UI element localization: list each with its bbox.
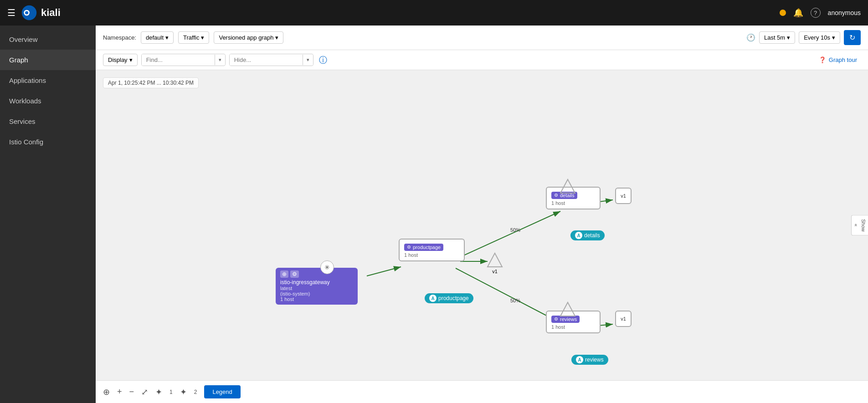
svg-marker-12 — [488, 253, 502, 267]
ingress-gateway-node[interactable]: ⊕ ⚙ istio-ingressgateway latest (istio-s… — [276, 268, 358, 305]
graph-type-chevron-icon: ▾ — [275, 34, 278, 41]
layout1-icon[interactable]: ✦ — [155, 387, 162, 397]
sidebar-item-overview[interactable]: Overview — [0, 29, 96, 50]
main-layout: Overview Graph Applications Workloads Se… — [0, 26, 868, 403]
ingress-system: (istio-system) — [280, 291, 353, 296]
graph-type-dropdown[interactable]: Versioned app graph ▾ — [214, 31, 283, 44]
bottom-toolbar: ⊕ + − ⤢ ✦ 1 ✦ 2 Legend — [96, 380, 868, 403]
display-dropdown[interactable]: Display ▾ — [103, 54, 138, 66]
svg-text:50%: 50% — [510, 227, 520, 233]
productpage-chip: ⚙ productpage — [404, 244, 443, 251]
zoom-in-icon[interactable]: + — [117, 387, 122, 397]
layout2-label: 2 — [194, 389, 197, 395]
graph-svg: 50% 50% — [96, 70, 868, 380]
svg-line-4 — [367, 267, 401, 276]
show-panel-label: Show — [861, 219, 866, 232]
badge-a-reviews-icon: A — [576, 356, 583, 363]
reviews-version-label: v1 — [621, 316, 626, 321]
display-label: Display — [108, 56, 128, 63]
top-navigation: ☰ kiali 🔔 ? anonymous — [0, 0, 868, 26]
sidebar-item-istio-config[interactable]: Istio Config — [0, 132, 96, 152]
sidebar-item-applications[interactable]: Applications — [0, 70, 96, 91]
expand-icon[interactable]: ⤢ — [141, 387, 148, 397]
hamburger-icon[interactable]: ☰ — [7, 7, 15, 18]
traffic-dropdown[interactable]: Traffic ▾ — [178, 31, 209, 44]
details-workload-triangle[interactable] — [560, 179, 576, 197]
time-range-dropdown[interactable]: Last 5m ▾ — [759, 31, 795, 44]
app-name: kiali — [41, 7, 61, 19]
namespace-label: Namespace: — [103, 34, 136, 41]
namespace-dropdown[interactable]: default ▾ — [141, 31, 174, 44]
svg-point-2 — [25, 11, 28, 14]
cluster-icon: ✳ — [320, 260, 334, 274]
zoom-center-icon[interactable]: ⊕ — [103, 387, 110, 397]
graph-timestamp: Apr 1, 10:25:42 PM ... 10:30:42 PM — [103, 77, 199, 88]
svg-marker-14 — [560, 302, 575, 316]
time-range-label: Last 5m — [764, 34, 785, 41]
ingress-hosts: 1 host — [280, 296, 353, 302]
namespace-value: default — [146, 34, 164, 41]
details-version-label: v1 — [621, 193, 626, 199]
reviews-version-box[interactable]: v1 — [615, 311, 632, 327]
find-input[interactable] — [142, 54, 215, 66]
details-version-box[interactable]: v1 — [615, 188, 632, 204]
hide-dropdown-arrow[interactable]: ▾ — [303, 55, 313, 65]
productpage-service-node[interactable]: ⚙ productpage 1 host — [399, 239, 465, 261]
reviews-workload-triangle[interactable] — [560, 301, 576, 320]
sidebar: Overview Graph Applications Workloads Se… — [0, 26, 96, 403]
details-chip-icon: ⚙ — [554, 193, 558, 198]
svg-marker-13 — [560, 179, 575, 193]
help-icon[interactable]: ? — [811, 8, 821, 18]
details-app-badge: A details — [570, 230, 605, 240]
productpage-badge-text: productpage — [438, 295, 469, 301]
reviews-app-badge: A reviews — [571, 355, 608, 365]
topnav-icons: 🔔 ? anonymous — [780, 8, 861, 18]
bell-icon[interactable]: 🔔 — [793, 8, 803, 18]
graph-area: Apr 1, 10:25:42 PM ... 10:30:42 PM — [96, 70, 868, 380]
legend-button[interactable]: Legend — [204, 385, 240, 398]
info-icon[interactable]: ⓘ — [319, 55, 327, 66]
interval-chevron-icon: ▾ — [832, 34, 835, 41]
productpage-chip-icon: ⚙ — [407, 245, 411, 250]
graph-tour-question-icon: ❓ — [819, 56, 826, 63]
time-history-icon: 🕐 — [746, 33, 755, 42]
find-dropdown-arrow[interactable]: ▾ — [215, 55, 225, 65]
main-toolbar: Namespace: default ▾ Traffic ▾ Versioned… — [96, 26, 868, 50]
badge-a-icon: A — [429, 295, 437, 302]
reviews-badge-text: reviews — [585, 357, 604, 363]
sidebar-item-services[interactable]: Services — [0, 111, 96, 132]
reviews-hosts: 1 host — [551, 324, 595, 330]
content-area: Namespace: default ▾ Traffic ▾ Versioned… — [96, 26, 868, 403]
traffic-chevron-icon: ▾ — [201, 34, 204, 41]
graph-type-label: Versioned app graph — [219, 34, 273, 41]
graph-tour-button[interactable]: ❓ Graph tour — [815, 55, 861, 65]
sidebar-item-graph[interactable]: Graph — [0, 50, 96, 70]
refresh-button[interactable]: ↻ — [844, 30, 861, 45]
hide-input[interactable] — [230, 54, 303, 66]
secondary-toolbar: Display ▾ ▾ ▾ ⓘ ❓ Graph tour — [96, 50, 868, 70]
graph-tour-label: Graph tour — [829, 56, 857, 63]
productpage-hosts: 1 host — [404, 252, 459, 258]
ingress-sublabel: latest — [280, 286, 353, 291]
details-badge-text: details — [584, 232, 600, 239]
ingress-label: istio-ingressgateway — [280, 279, 353, 286]
productpage-version: v1 — [487, 269, 503, 274]
user-name[interactable]: anonymous — [828, 9, 861, 16]
show-panel[interactable]: Show « — [851, 215, 868, 236]
ingress-icons: ⊕ ⚙ — [280, 270, 353, 278]
details-hosts: 1 host — [551, 200, 595, 206]
ingress-icon2: ⚙ — [290, 270, 299, 278]
productpage-app-badge: A productpage — [425, 293, 473, 303]
interval-dropdown[interactable]: Every 10s ▾ — [799, 31, 840, 44]
zoom-out-icon[interactable]: − — [129, 387, 134, 397]
layout2-icon[interactable]: ✦ — [180, 387, 187, 397]
layout1-label: 1 — [169, 389, 173, 395]
sidebar-item-workloads[interactable]: Workloads — [0, 91, 96, 111]
reviews-triangle-icon — [560, 301, 576, 318]
svg-line-5 — [456, 211, 560, 259]
find-input-group: ▾ — [141, 54, 226, 66]
hide-input-group: ▾ — [229, 54, 313, 66]
display-chevron-icon: ▾ — [129, 56, 133, 63]
details-triangle-icon — [560, 179, 576, 195]
productpage-workload-node[interactable]: v1 — [487, 252, 503, 274]
